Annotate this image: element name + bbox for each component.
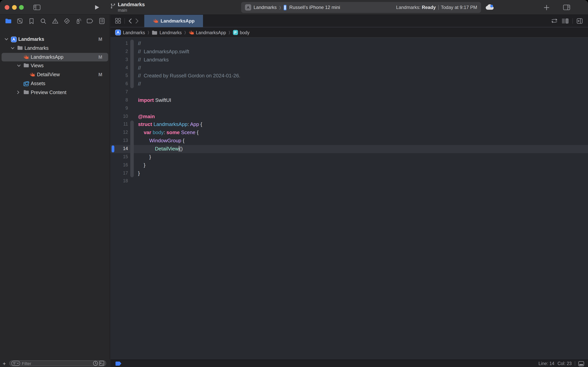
line-number[interactable]: 3 — [110, 57, 128, 62]
minimap-icon[interactable] — [562, 18, 569, 24]
line-number[interactable]: 11 — [110, 122, 128, 126]
add-editor-icon[interactable] — [577, 18, 583, 24]
code-text: import SwiftUI — [138, 97, 171, 103]
code-line-8[interactable]: 8import SwiftUI — [110, 96, 588, 105]
breadcrumb-landmarksapp[interactable]: LandmarksApp — [189, 30, 226, 35]
source-control-filter-icon[interactable] — [99, 361, 104, 366]
tree-item-views[interactable]: Views — [0, 62, 110, 71]
fold-ribbon[interactable] — [130, 161, 134, 169]
close-window-button[interactable] — [5, 5, 9, 10]
run-button[interactable] — [92, 3, 101, 11]
fold-ribbon[interactable] — [130, 121, 134, 129]
tree-item-detailview[interactable]: DetailViewM — [0, 70, 110, 79]
breadcrumb-landmarks[interactable]: Landmarks — [152, 30, 182, 35]
filter-field[interactable]: Filter — [9, 360, 106, 366]
disclosure-chevron-down-icon[interactable] — [17, 65, 21, 67]
go-forward-icon[interactable] — [135, 18, 139, 24]
line-number[interactable]: 9 — [110, 106, 128, 110]
library-button[interactable] — [542, 3, 551, 11]
disclosure-chevron-right-icon[interactable] — [17, 91, 19, 94]
fold-ribbon[interactable] — [130, 153, 134, 161]
scheme-selector[interactable]: Landmarks 〉 Russell’s iPhone 12 mini Lan… — [241, 2, 481, 13]
tree-item-preview-content[interactable]: Preview Content — [0, 88, 110, 97]
line-number[interactable]: 6 — [110, 81, 128, 86]
code-line-1[interactable]: 1// — [110, 40, 588, 48]
code-line-9[interactable]: 9 — [110, 105, 588, 113]
tree-item-assets[interactable]: Assets — [0, 79, 110, 88]
tree-item-landmarksapp[interactable]: LandmarksAppM — [0, 53, 110, 62]
code-line-6[interactable]: 6// — [110, 80, 588, 88]
issues-navigator-icon[interactable] — [51, 17, 59, 25]
tree-item-landmarks[interactable]: LandmarksM — [0, 35, 110, 44]
code-line-2[interactable]: 2// LandmarksApp.swift — [110, 48, 588, 56]
line-number[interactable]: 5 — [110, 73, 128, 78]
line-number[interactable]: 16 — [110, 162, 128, 167]
breakpoints-toggle-icon[interactable] — [116, 361, 121, 366]
line-number[interactable]: 17 — [110, 170, 128, 175]
editor-options-icon[interactable] — [578, 361, 584, 366]
code-line-13[interactable]: 13 WindowGroup { — [110, 137, 588, 145]
code-line-12[interactable]: 12 var body: some Scene { — [110, 129, 588, 137]
line-number[interactable]: 15 — [110, 154, 128, 159]
minimize-window-button[interactable] — [12, 5, 17, 10]
code-line-7[interactable]: 7 — [110, 88, 588, 96]
zoom-window-button[interactable] — [19, 5, 24, 10]
related-items-icon[interactable] — [115, 18, 121, 24]
sidebar-toggle-button[interactable] — [33, 3, 41, 11]
add-item-button[interactable]: + — [0, 361, 8, 366]
line-number[interactable]: 13 — [110, 138, 128, 143]
code-review-icon[interactable] — [551, 18, 558, 23]
line-number[interactable]: 1 — [110, 41, 128, 45]
scheme-project-label[interactable]: Landmarks — [253, 5, 277, 10]
code-line-11[interactable]: 11struct LandmarksApp: App { — [110, 121, 588, 129]
inspector-toggle-button[interactable] — [562, 3, 571, 11]
search-navigator-icon[interactable] — [39, 17, 48, 25]
disclosure-chevron-down-icon[interactable] — [11, 47, 14, 49]
line-number[interactable]: 2 — [110, 49, 128, 54]
code-line-10[interactable]: 10@main — [110, 113, 588, 121]
line-number[interactable]: 4 — [110, 65, 128, 70]
fold-ribbon[interactable] — [130, 64, 134, 72]
code-line-14[interactable]: 14 DetailView() — [110, 145, 588, 153]
fold-ribbon[interactable] — [130, 48, 134, 56]
code-line-4[interactable]: 4// — [110, 64, 588, 72]
tab-landmarksapp[interactable]: LandmarksApp — [144, 15, 203, 27]
fold-ribbon[interactable] — [130, 40, 134, 48]
line-number[interactable]: 12 — [110, 130, 128, 135]
code-line-15[interactable]: 15 } — [110, 153, 588, 161]
breakpoints-navigator-icon[interactable] — [86, 17, 94, 25]
tests-navigator-icon[interactable] — [62, 17, 71, 25]
code-line-18[interactable]: 18 — [110, 177, 588, 186]
source-control-navigator-icon[interactable] — [16, 17, 24, 25]
fold-ribbon[interactable] — [130, 137, 134, 145]
code-line-5[interactable]: 5// Created by Russell Gordon on 2024-01… — [110, 72, 588, 80]
code-line-16[interactable]: 16 } — [110, 161, 588, 169]
project-navigator-icon[interactable] — [4, 17, 12, 25]
fold-ribbon[interactable] — [130, 56, 134, 64]
tree-item-landmarks[interactable]: Landmarks — [0, 44, 110, 53]
reports-navigator-icon[interactable] — [98, 17, 106, 25]
breadcrumb-body[interactable]: Pbody — [233, 30, 250, 35]
go-back-icon[interactable] — [128, 18, 132, 24]
disclosure-chevron-down-icon[interactable] — [5, 38, 8, 41]
fold-ribbon[interactable] — [130, 169, 134, 177]
fold-ribbon[interactable] — [130, 80, 134, 88]
source-editor[interactable]: 1//2// LandmarksApp.swift3// Landmarks4/… — [110, 38, 588, 360]
filter-funnel-icon[interactable] — [11, 361, 20, 366]
line-number[interactable]: 10 — [110, 114, 128, 118]
fold-ribbon[interactable] — [130, 145, 134, 153]
scheme-destination-label[interactable]: Russell’s iPhone 12 mini — [289, 5, 340, 10]
fold-ribbon[interactable] — [130, 129, 134, 137]
line-number[interactable]: 7 — [110, 89, 128, 94]
fold-ribbon[interactable] — [130, 72, 134, 80]
bookmarks-navigator-icon[interactable] — [27, 17, 36, 25]
debug-navigator-icon[interactable] — [74, 17, 83, 25]
line-number[interactable]: 18 — [110, 179, 128, 183]
line-number[interactable]: 14 — [110, 146, 128, 151]
line-number[interactable]: 8 — [110, 98, 128, 102]
recent-files-clock-icon[interactable] — [93, 361, 98, 366]
breadcrumb-landmarks[interactable]: Landmarks — [115, 30, 145, 35]
code-line-3[interactable]: 3// Landmarks — [110, 56, 588, 64]
code-line-17[interactable]: 17} — [110, 169, 588, 177]
cloud-status-icon[interactable] — [485, 4, 494, 10]
